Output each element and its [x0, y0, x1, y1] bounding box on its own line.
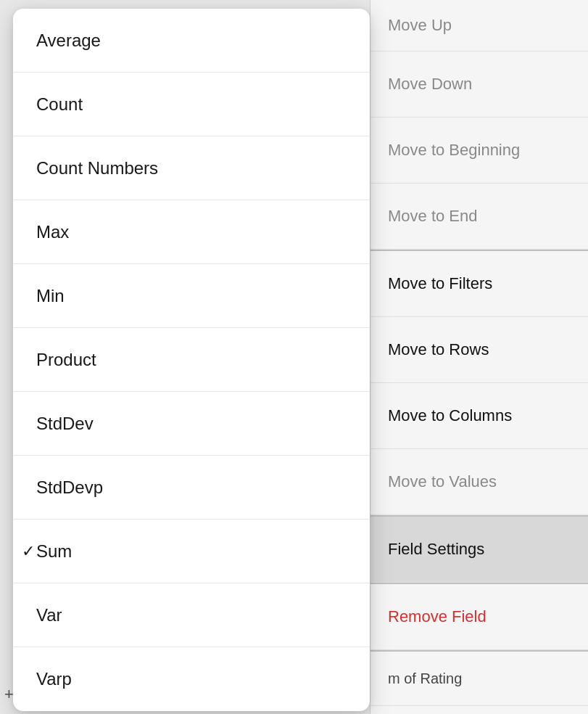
count-numbers-option[interactable]: Count Numbers — [13, 136, 370, 200]
field-settings-label: Field Settings — [388, 540, 484, 559]
move-down-label: Move Down — [388, 75, 472, 94]
stddev-label: StdDev — [30, 414, 94, 434]
move-up-item[interactable]: Move Up — [370, 0, 588, 52]
min-label: Min — [30, 286, 65, 306]
context-menu-right: Move Up Move Down Move to Beginning Move… — [370, 0, 588, 714]
move-to-rows-label: Move to Rows — [388, 340, 489, 359]
move-to-filters-item[interactable]: Move to Filters — [370, 251, 588, 317]
move-down-item[interactable]: Move Down — [370, 52, 588, 118]
move-to-columns-label: Move to Columns — [388, 406, 512, 425]
sum-of-rating-item: m of Rating — [370, 652, 588, 706]
varp-label: Varp — [30, 669, 72, 689]
field-settings-item[interactable]: Field Settings — [370, 517, 588, 583]
max-option[interactable]: Max — [13, 200, 370, 264]
average-option[interactable]: Average — [13, 9, 370, 73]
product-option[interactable]: Product — [13, 328, 370, 392]
sum-of-rating-label: m of Rating — [388, 670, 462, 687]
count-label: Count — [30, 94, 83, 115]
move-to-end-label: Move to End — [388, 207, 478, 226]
move-to-end-item[interactable]: Move to End — [370, 184, 588, 250]
var-option[interactable]: Var — [13, 583, 370, 647]
move-to-filters-label: Move to Filters — [388, 274, 492, 293]
aggregation-dropdown: Average Count Count Numbers Max Min Prod… — [13, 9, 370, 711]
stddevp-label: StdDevp — [30, 477, 103, 498]
move-to-beginning-label: Move to Beginning — [388, 141, 520, 160]
sum-label: Sum — [30, 541, 72, 562]
count-option[interactable]: Count — [13, 73, 370, 136]
min-option[interactable]: Min — [13, 264, 370, 328]
stddevp-option[interactable]: StdDevp — [13, 456, 370, 520]
count-numbers-label: Count Numbers — [30, 158, 158, 178]
move-to-rows-item[interactable]: Move to Rows — [370, 317, 588, 383]
stddev-option[interactable]: StdDev — [13, 392, 370, 456]
remove-field-label: Remove Field — [388, 607, 486, 626]
move-to-beginning-item[interactable]: Move to Beginning — [370, 118, 588, 184]
varp-option[interactable]: Varp — [13, 647, 370, 711]
move-up-label: Move Up — [388, 16, 452, 35]
plus-icon: + — [4, 685, 14, 704]
sum-option[interactable]: ✓ Sum — [13, 520, 370, 583]
var-label: Var — [30, 605, 62, 625]
move-to-values-label: Move to Values — [388, 472, 497, 491]
move-to-columns-item[interactable]: Move to Columns — [370, 383, 588, 449]
move-to-values-item[interactable]: Move to Values — [370, 449, 588, 515]
product-label: Product — [30, 350, 96, 370]
average-label: Average — [30, 30, 101, 51]
max-label: Max — [30, 222, 69, 242]
remove-field-item[interactable]: Remove Field — [370, 584, 588, 650]
sum-check-icon: ✓ — [22, 542, 35, 561]
